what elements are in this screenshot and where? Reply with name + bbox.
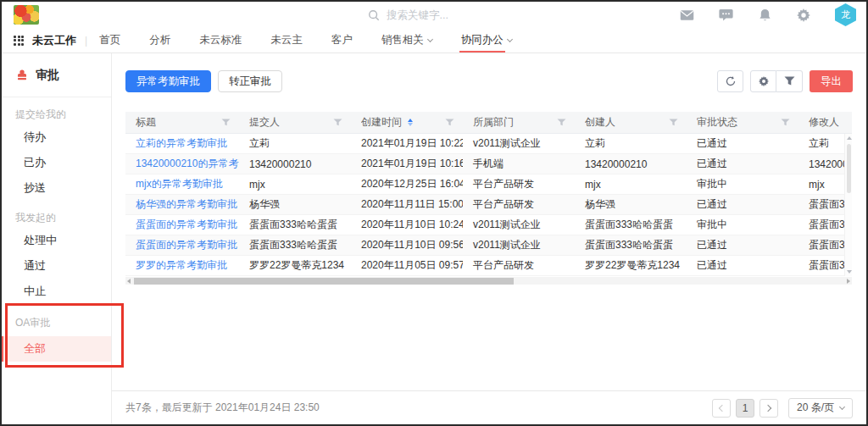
table-row[interactable]: 蛋蛋面的异常考勤审批蛋蛋面333哈哈蛋蛋2020年11月10日 09:56v20… [125,235,852,256]
filter-button[interactable] [776,70,803,92]
table-cell: 手机端 [463,157,575,171]
pagination: 1 20 条/页 [712,398,853,418]
nav-item[interactable]: 分析 [149,28,170,53]
sidebar-item[interactable]: 抄送 [2,175,111,201]
prev-page-button[interactable] [712,399,731,418]
sidebar-group-label: 我发起的 [15,207,111,228]
search-input[interactable] [387,9,522,21]
record-title-link[interactable]: 13420000210的异常考勤审批 [125,157,239,171]
nav-dropdown[interactable]: 协同办公 [461,28,512,53]
workspace-menu[interactable]: 未云工作 [32,33,76,48]
next-page-button[interactable] [760,399,778,418]
vertical-scroll-thumb[interactable] [847,144,851,193]
table-cell: 已通过 [687,197,798,212]
bell-icon[interactable] [757,8,772,23]
nav-item[interactable]: 首页 [99,28,120,53]
table-cell: 立莉 [239,136,351,151]
vertical-scrollbar[interactable] [844,134,852,276]
sidebar-item[interactable]: 待办 [2,124,111,150]
table-cell: mjx [575,179,687,191]
refresh-button[interactable] [717,70,743,92]
table-cell: 立莉 [575,136,687,151]
gear-icon[interactable] [796,8,811,23]
horizontal-scroll-thumb[interactable] [134,278,514,285]
scroll-down-arrow-icon[interactable] [847,270,852,274]
toolbar-tab[interactable]: 转正审批 [218,70,282,92]
scroll-left-arrow-icon[interactable] [127,279,131,284]
sidebar-item[interactable]: 全部 [2,336,111,362]
table-cell: 平台产品研发 [463,258,575,273]
column-header[interactable]: 修改人 [798,112,852,133]
nav-divider: | [85,35,87,47]
column-header[interactable]: 创建人 [575,112,687,133]
refresh-icon [725,75,737,87]
table-cell: 2021年01月19日 10:16 [351,157,463,171]
sidebar-item[interactable]: 中止 [2,279,111,304]
sidebar-title: 审批 [2,53,111,97]
table-cell: 蛋蛋面333哈哈蛋蛋 [575,218,687,232]
column-filter-icon[interactable] [445,119,454,127]
main-nav-bar: 未云工作 | 首页分析未云标准未云主客户销售相关协同办公 [2,28,866,53]
chevron-right-icon [765,404,771,411]
column-settings-button[interactable] [750,70,776,92]
record-title-link[interactable]: 蛋蛋面的异常考勤审批 [125,238,239,252]
record-title-link[interactable]: 杨华强的异常考勤审批 [125,197,239,212]
table-cell: 平台产品研发 [463,177,575,191]
column-filter-icon[interactable] [221,119,231,127]
current-page-button[interactable]: 1 [736,399,754,418]
records-table: 标题提交人创建时间所属部门创建人审批状态修改人 立莉的异常考勤审批立莉2021年… [125,112,852,276]
table-cell: v2011测试企业 [463,238,575,252]
sidebar-item[interactable]: 已办 [2,150,111,175]
column-filter-icon[interactable] [669,119,678,127]
sidebar-item[interactable]: 通过 [2,253,111,279]
sidebar-item[interactable]: 处理中 [2,228,111,253]
table-cell: 已通过 [687,157,798,171]
table-cell: 杨华强 [575,197,687,212]
record-title-link[interactable]: 罗罗的异常考勤审批 [125,258,239,273]
column-header[interactable]: 创建时间 [351,112,463,133]
sidebar-title-text: 审批 [36,68,59,83]
column-filter-icon[interactable] [781,119,790,127]
column-header[interactable]: 标题 [125,112,239,133]
nav-dropdown[interactable]: 销售相关 [381,28,432,53]
nav-item[interactable]: 客户 [331,28,353,53]
user-avatar[interactable]: 龙 [835,3,856,26]
global-search [368,2,522,28]
table-row[interactable]: 13420000210的异常考勤审批134200002102021年01月19日… [125,154,852,174]
record-title-link[interactable]: 立莉的异常考勤审批 [125,136,239,151]
table-cell: v2011测试企业 [463,218,575,232]
mail-icon[interactable] [679,8,694,23]
page-size-select[interactable]: 20 条/页 [788,398,853,418]
table-cell: 审批中 [687,177,798,191]
toolbar-tab[interactable]: 异常考勤审批 [125,70,211,92]
table-row[interactable]: mjx的异常考勤审批mjx2020年12月25日 16:04平台产品研发mjx审… [125,174,852,195]
horizontal-scrollbar[interactable] [125,277,852,285]
table-row[interactable]: 立莉的异常考勤审批立莉2021年01月19日 10:22v2011测试企业立莉已… [125,134,852,154]
table-cell: 罗罗22罗曼蒂克1234 [239,258,351,273]
table-body: 立莉的异常考勤审批立莉2021年01月19日 10:22v2011测试企业立莉已… [125,134,852,276]
column-header[interactable]: 审批状态 [687,112,798,133]
table-cell: 审批中 [687,218,798,232]
record-title-link[interactable]: 蛋蛋面的异常考勤审批 [125,218,239,232]
apps-grid-icon[interactable] [14,36,24,46]
record-count-summary: 共7条，最后更新于 2021年01月24日 23:50 [125,401,320,415]
scroll-right-arrow-icon[interactable] [847,279,850,284]
table-cell: 已通过 [687,136,798,151]
export-button[interactable]: 导出 [810,70,853,92]
table-cell: 13420000210 [575,158,687,170]
column-header[interactable]: 提交人 [239,112,351,133]
column-filter-icon[interactable] [557,119,566,127]
column-header[interactable]: 所属部门 [463,112,575,133]
sort-icon[interactable] [408,119,413,126]
nav-item[interactable]: 未云主 [270,28,303,53]
chat-icon[interactable] [718,8,733,23]
record-title-link[interactable]: mjx的异常考勤审批 [125,177,239,191]
table-row[interactable]: 蛋蛋面的异常考勤审批蛋蛋面333哈哈蛋蛋2020年11月10日 10:24v20… [125,215,852,235]
nav-item[interactable]: 未云标准 [199,28,242,53]
column-filter-icon[interactable] [333,119,342,127]
table-cell: 已通过 [687,238,798,252]
table-row[interactable]: 杨华强的异常考勤审批杨华强2020年11月11日 15:00平台产品研发杨华强已… [125,195,852,215]
scroll-up-arrow-icon[interactable] [847,136,852,140]
table-row[interactable]: 罗罗的异常考勤审批罗罗22罗曼蒂克12342020年11月05日 09:57平台… [125,256,852,276]
table-cell: mjx [239,179,351,191]
